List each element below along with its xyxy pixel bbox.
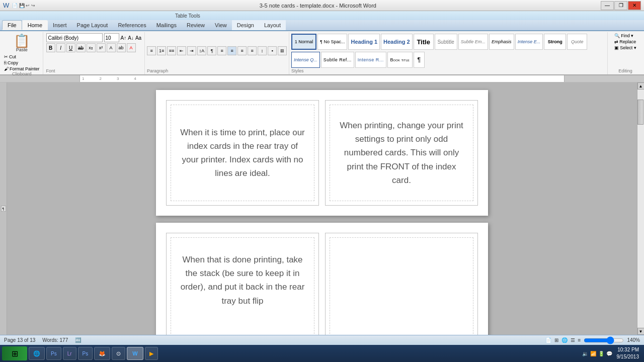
start-button[interactable]: ⊞ [2,346,27,360]
styles-gallery-items: 1 Normal ¶ No Spac... Heading 1 Heading … [291,33,605,68]
taskbar-vlc[interactable]: ▶ [145,347,158,360]
taskbar-firefox[interactable]: 🦊 [94,347,110,360]
tab-layout[interactable]: Layout [259,20,286,30]
clear-format-icon[interactable]: Aa [135,35,141,41]
format-painter-icon: 🖌 [4,66,9,71]
tab-page-layout[interactable]: Page Layout [72,20,113,30]
close-btn[interactable]: ✕ [628,1,641,10]
shrink-icon[interactable]: A↓ [128,35,134,41]
style-intense-e[interactable]: Intense E... [515,34,543,50]
font-name-input[interactable] [46,33,103,42]
decrease-indent-button[interactable]: ⇤ [177,46,186,55]
taskbar-word[interactable]: W [127,347,143,360]
style-no-spacing[interactable]: ¶ No Spac... [317,34,347,50]
copy-button[interactable]: ⎘Copy [4,60,40,65]
tray-icon3: 🔋 [598,351,604,356]
strikethrough-button[interactable]: ab [76,43,86,52]
format-painter-button[interactable]: 🖌Format Painter [4,66,40,71]
underline-button[interactable]: U [66,43,75,52]
replace-button[interactable]: ⇄Replace [614,39,636,44]
increase-indent-button[interactable]: ⇥ [187,46,196,55]
paragraph-group: ≡ 1≡ ≡≡ ⇤ ⇥ ↕A ¶ ≡ ≡ ≡ ≡ ↕ ▪ ⊞ Paragraph [145,32,289,74]
style-normal[interactable]: 1 Normal [291,34,316,50]
note-card-2: When printing, change your print setting… [325,100,478,206]
bullets-button[interactable]: ≡ [147,46,156,55]
align-right-button[interactable]: ≡ [237,46,247,55]
tab-references[interactable]: References [113,20,151,30]
view-print-btn[interactable]: 📄 [545,337,551,343]
numbering-button[interactable]: 1≡ [157,46,166,55]
grow-icon[interactable]: A↑ [121,35,127,41]
view-draft-btn[interactable]: ≡ [578,337,581,343]
align-center-button[interactable]: ≡ [227,46,236,55]
tab-file[interactable]: File [2,20,22,30]
scroll-down-button[interactable]: ▼ [637,328,645,335]
highlight-button[interactable]: ab [117,43,126,52]
find-button[interactable]: 🔍Find ▾ [614,33,633,38]
view-web-btn[interactable]: 🌐 [561,337,568,343]
system-tray: 🔉 📶 🔋 💬 [582,351,612,356]
view-outline-btn[interactable]: ☰ [571,337,575,343]
chrome-icon: ⊙ [116,350,121,357]
styles-group: 1 Normal ¶ No Spac... Heading 1 Heading … [289,32,608,74]
find-icon: 🔍 [614,33,620,38]
card-inner-3: When that is done printing, take the sta… [171,237,314,335]
taskbar-lightroom[interactable]: Lr [63,347,76,360]
tab-home[interactable]: Home [22,20,48,30]
tab-view[interactable]: View [210,20,232,30]
style-intense-r[interactable]: Intense R... [355,52,386,68]
style-strong[interactable]: Strong [544,34,566,50]
page-scroll-area[interactable]: When it is time to print, place our inde… [7,82,637,335]
taskbar-chrome[interactable]: ⊙ [112,347,125,360]
style-para[interactable]: ¶ [414,52,425,68]
shading-button[interactable]: ▪ [268,46,277,55]
cut-button[interactable]: ✂Cut [4,54,40,59]
replace-icon: ⇄ [614,39,618,44]
style-heading1[interactable]: Heading 1 [348,34,380,50]
bold-button[interactable]: B [46,43,55,52]
window-controls: — ❐ ✕ [601,1,641,10]
style-subtitle[interactable]: Subtitle [435,34,457,50]
scroll-thumb[interactable] [637,100,643,125]
font-label: Font [46,68,142,73]
style-book-title[interactable]: Book title [387,52,413,68]
style-intense-q[interactable]: Intense Q... [291,52,320,68]
subscript-button[interactable]: x₂ [87,43,96,52]
italic-button[interactable]: I [56,43,65,52]
style-subtle-em[interactable]: Subtle Em... [458,34,488,50]
taskbar-photoshop[interactable]: Ps [46,347,61,360]
taskbar-ie[interactable]: 🌐 [29,347,45,360]
tab-mailings[interactable]: Mailings [151,20,182,30]
sort-button[interactable]: ↕A [197,46,206,55]
view-fullscreen-btn[interactable]: ⊞ [554,337,558,343]
justify-button[interactable]: ≡ [248,46,257,55]
font-size-input[interactable] [104,33,119,42]
style-subtle-ref[interactable]: Subtle Ref... [321,52,354,68]
paste-button[interactable]: 📋 Paste [13,33,31,53]
superscript-button[interactable]: x² [97,43,106,52]
show-formatting-button[interactable]: ¶ [207,46,216,55]
select-button[interactable]: ▣Select ▾ [614,45,636,50]
multilevel-list-button[interactable]: ≡≡ [167,46,176,55]
align-left-button[interactable]: ≡ [217,46,226,55]
style-heading2[interactable]: Heading 2 [381,34,413,50]
borders-button[interactable]: ⊞ [278,46,287,55]
tab-design[interactable]: Design [232,20,259,30]
tab-review[interactable]: Review [182,20,210,30]
zoom-slider[interactable] [584,337,624,344]
text-effects-button[interactable]: A [107,43,116,52]
styles-label: Styles [291,68,605,73]
lr-icon: Lr [67,351,72,356]
ruler: 1234 [0,75,644,82]
taskbar-ps2[interactable]: Ps [78,347,93,360]
maximize-btn[interactable]: ❐ [614,1,627,10]
cut-icon: ✂ [4,54,8,59]
scroll-up-button[interactable]: ▲ [637,82,645,89]
style-quote[interactable]: Quote [567,34,587,50]
style-title[interactable]: Title [414,34,434,50]
minimize-btn[interactable]: — [601,1,614,10]
tab-insert[interactable]: Insert [48,20,72,30]
font-color-button[interactable]: A [127,43,136,52]
line-spacing-button[interactable]: ↕ [258,46,267,55]
style-emphasis[interactable]: Emphasis [489,34,514,50]
